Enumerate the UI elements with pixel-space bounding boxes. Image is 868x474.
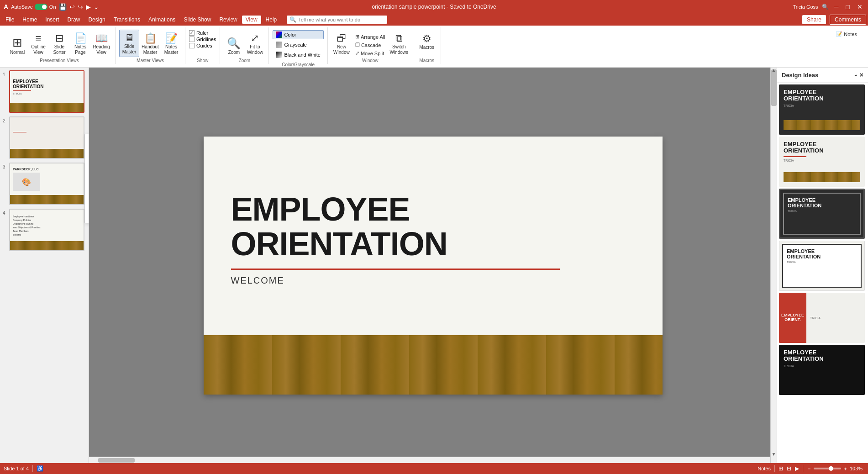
slide-image-2[interactable]	[9, 116, 84, 159]
title-line1: EMPLOYEE	[231, 191, 410, 227]
new-window-btn[interactable]: 🗗 NewWindow	[331, 31, 352, 57]
restore-btn[interactable]: □	[844, 3, 852, 11]
move-split-btn[interactable]: ⤢ Move Split	[353, 49, 387, 57]
vertical-scrollbar[interactable]: ▼ ▲	[770, 68, 777, 463]
design-idea-3[interactable]: EMPLOYEEORIENTATION TRICIA	[779, 189, 865, 239]
switch-windows-btn[interactable]: ⧉ SwitchWindows	[389, 31, 409, 57]
comments-button[interactable]: Comments	[830, 15, 866, 25]
ruler-checkbox[interactable]: ✓ Ruler	[189, 30, 216, 36]
design-idea-4[interactable]: EMPLOYEEORIENTATION TRICIA	[779, 241, 865, 291]
notes-page-btn[interactable]: 📄 NotesPage	[70, 31, 90, 57]
slide-image-4[interactable]: Employee Handbook Company Policies Depar…	[9, 209, 84, 251]
menu-home[interactable]: Home	[19, 16, 41, 24]
slide-thumb-3[interactable]: 3 PARKDECK, LLC 🎨	[2, 162, 87, 206]
menu-transitions[interactable]: Transitions	[110, 16, 144, 24]
design-idea-5[interactable]: EMPLOYEEORIENT. TRICIA	[779, 293, 865, 343]
title-line2: ORIENTATION	[231, 226, 447, 262]
redo-icon[interactable]: ↪	[78, 3, 83, 11]
slide-image-1[interactable]: EMPLOYEEORIENTATION TRICIA	[9, 70, 84, 113]
menu-animations[interactable]: Animations	[145, 16, 179, 24]
zoom-btn[interactable]: 🔍 Zoom	[224, 35, 244, 57]
save-icon[interactable]: 💾	[59, 3, 67, 11]
design-dropdown-icon[interactable]: ⌄	[853, 71, 858, 79]
macros-btn[interactable]: ⚙ Macros	[417, 31, 437, 52]
arrange-all-btn[interactable]: ⊞ Arrange All	[353, 33, 387, 41]
notes-master-icon: 📝	[165, 32, 178, 44]
zoom-slider[interactable]	[814, 468, 841, 469]
scrollbar-thumb[interactable]	[771, 69, 777, 106]
h-scrollbar-thumb[interactable]	[98, 458, 135, 463]
slide-num-4: 4	[3, 211, 7, 216]
autosave-control[interactable]: AutoSave On	[11, 4, 56, 10]
slide-sorter-btn[interactable]: ⊟ SlideSorter	[49, 31, 69, 57]
view-sorter-icon[interactable]: ⊟	[787, 465, 791, 472]
status-left: Slide 1 of 4 ♿	[4, 465, 43, 472]
arrange-all-icon: ⊞	[355, 34, 359, 40]
menu-help[interactable]: Help	[262, 16, 281, 24]
share-button[interactable]: Share	[802, 15, 826, 24]
zoom-control[interactable]: － ＋ 103%	[807, 465, 864, 472]
gridlines-checkbox[interactable]: Gridlines	[189, 37, 216, 42]
menu-file[interactable]: File	[2, 16, 18, 24]
notes-ribbon-btn[interactable]: 📝 Notes	[834, 30, 859, 38]
accessibility-icon[interactable]: ♿	[37, 465, 43, 472]
cascade-btn[interactable]: ❐ Cascade	[353, 41, 387, 49]
menu-insert[interactable]: Insert	[42, 16, 63, 24]
app-logo: A	[4, 3, 8, 11]
normal-view-btn[interactable]: ⊞ Normal	[7, 34, 27, 57]
undo-icon[interactable]: ↩	[69, 3, 75, 11]
more-icon[interactable]: ⌄	[94, 3, 99, 11]
design-4-sub: TRICIA	[787, 261, 857, 263]
slide-master-btn[interactable]: 🖥 SlideMaster	[119, 30, 139, 57]
slide-thumb-2[interactable]: 2	[2, 116, 87, 160]
view-reading-icon[interactable]: ▶	[795, 465, 799, 472]
handout-master-btn[interactable]: 📋 HandoutMaster	[140, 31, 160, 57]
menu-slideshow[interactable]: Slide Show	[180, 16, 215, 24]
zoom-percent[interactable]: 103%	[850, 466, 864, 471]
guides-checkbox-box	[189, 43, 195, 48]
menu-review[interactable]: Review	[216, 16, 241, 24]
gridlines-label: Gridlines	[196, 37, 216, 42]
menu-draw[interactable]: Draw	[63, 16, 84, 24]
notes-master-btn[interactable]: 📝 NotesMaster	[161, 31, 181, 57]
notes-status-btn[interactable]: Notes	[758, 466, 771, 471]
black-and-white-btn[interactable]: Black and White	[273, 50, 323, 59]
present-icon[interactable]: ▶	[86, 3, 91, 11]
design-idea-1[interactable]: EMPLOYEEORIENTATION TRICIA	[779, 84, 865, 135]
minimize-btn[interactable]: ─	[832, 3, 841, 11]
close-btn[interactable]: ✕	[855, 3, 864, 11]
title-bar: A AutoSave On 💾 ↩ ↪ ▶ ⌄ orientation samp…	[0, 0, 868, 14]
search-input[interactable]	[298, 17, 371, 22]
zoom-plus-btn[interactable]: ＋	[843, 465, 848, 472]
reading-view-btn[interactable]: 📖 ReadingView	[91, 31, 111, 57]
scroll-down-btn[interactable]: ▼	[771, 452, 777, 457]
design-close-icon[interactable]: ×	[860, 71, 863, 79]
canvas-area: ▼ ▲ EMPLOYEE ORIENTATION WELCOME	[89, 68, 777, 463]
fit-to-window-btn[interactable]: ⤢ Fit toWindow	[245, 31, 265, 57]
horizontal-scrollbar[interactable]	[89, 457, 770, 463]
zoom-minus-btn[interactable]: －	[807, 465, 812, 472]
scroll-up-btn[interactable]: ▲	[771, 68, 777, 73]
design-idea-6[interactable]: EMPLOYEEORIENTATION TRICIA	[779, 345, 865, 395]
design-idea-2[interactable]: EMPLOYEEORIENTATION TRICIA	[779, 137, 865, 187]
view-normal-icon[interactable]: ⊞	[779, 465, 783, 472]
outline-view-btn[interactable]: ≡ OutlineView	[28, 31, 48, 57]
menu-view[interactable]: View	[242, 16, 261, 24]
slide-3-img-placeholder: 🎨	[22, 178, 31, 186]
title-bar-left: A AutoSave On 💾 ↩ ↪ ▶ ⌄	[4, 3, 99, 11]
slide-thumb-1[interactable]: 1 EMPLOYEEORIENTATION TRICIA	[2, 69, 87, 114]
search-bar[interactable]: 🔍	[287, 16, 387, 24]
macros-icon: ⚙	[422, 33, 431, 45]
zoom-slider-thumb[interactable]	[829, 466, 833, 471]
window-search-icon[interactable]: 🔍	[822, 4, 829, 10]
color-btn[interactable]: Color	[273, 30, 323, 39]
autosave-toggle[interactable]	[35, 4, 47, 10]
ribbon-group-master-views: 🖥 SlideMaster 📋 HandoutMaster 📝 NotesMas…	[116, 27, 185, 64]
slide-thumb-4[interactable]: 4 Employee Handbook Company Policies Dep…	[2, 208, 87, 252]
guides-checkbox[interactable]: Guides	[189, 43, 216, 48]
menu-design[interactable]: Design	[84, 16, 109, 24]
slide-num-2: 2	[3, 118, 7, 123]
grayscale-btn[interactable]: Grayscale	[273, 40, 323, 49]
design-5-right: TRICIA	[806, 293, 865, 343]
slide-image-3[interactable]: PARKDECK, LLC 🎨	[9, 163, 84, 205]
